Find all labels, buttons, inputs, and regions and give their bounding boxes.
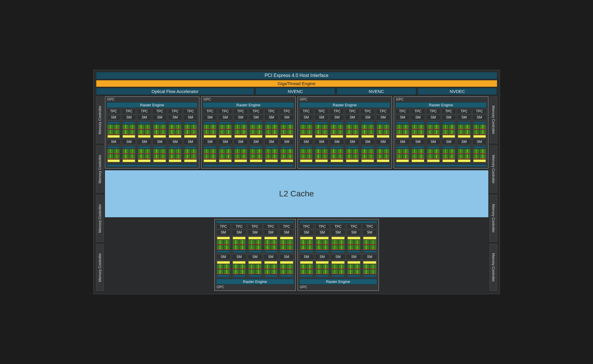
- alu-block: [233, 264, 239, 269]
- alu-block: [322, 125, 328, 129]
- alu-block: [307, 130, 312, 135]
- sm-internals: [314, 145, 329, 163]
- alu-block: [403, 125, 409, 129]
- sm-yellow-bar: [300, 237, 313, 239]
- sm-alu-row: [412, 149, 424, 154]
- sm-teal-strip: [315, 122, 328, 124]
- alu-block: [204, 149, 209, 154]
- sm-header: SM: [249, 115, 263, 120]
- tpc-column: TPCSMSM: [395, 109, 410, 163]
- alu-block: [403, 130, 409, 135]
- tpc-column: SMSMTPC: [331, 224, 345, 278]
- alu-block: [153, 149, 159, 154]
- sm-alu-row: [108, 130, 120, 135]
- sm-teal-strip: [248, 275, 261, 277]
- alu-block: [300, 149, 306, 154]
- sm-teal-strip: [347, 275, 360, 277]
- alu-block: [300, 240, 306, 245]
- sm-alu-row: [264, 270, 277, 274]
- sm-header: SM: [472, 115, 487, 120]
- alu-block: [412, 154, 418, 159]
- sm-yellow-bar: [265, 135, 278, 138]
- memory-controller: Memory Controller: [96, 244, 104, 291]
- raster-engine: Raster Engine: [203, 102, 294, 108]
- sm-alu-row: [332, 240, 344, 245]
- sm-header: SM: [218, 139, 232, 145]
- alu-block: [363, 240, 369, 245]
- alu-block: [108, 130, 113, 135]
- alu-block: [322, 130, 328, 135]
- sm-alu-row: [153, 149, 166, 154]
- sm-alu-row: [458, 149, 470, 154]
- alu-block: [204, 154, 209, 159]
- alu-block: [338, 264, 345, 269]
- alu-block: [280, 264, 286, 269]
- alu-block: [224, 245, 230, 250]
- alu-block: [412, 130, 418, 135]
- sm-alu-row: [219, 125, 232, 129]
- sm-yellow-bar: [442, 135, 455, 138]
- alu-block: [346, 154, 352, 159]
- sm-header: SM: [331, 230, 345, 235]
- sm-alu-row: [184, 154, 197, 159]
- sm-header: SM: [299, 230, 314, 235]
- sm-alu-row: [250, 154, 262, 159]
- sm-alu-row: [427, 149, 440, 154]
- sm-yellow-bar: [458, 135, 470, 138]
- tpc-column: TPCSMSM: [249, 109, 263, 163]
- sm-teal-strip: [250, 122, 262, 124]
- sm-teal-strip: [123, 146, 135, 148]
- tpc-header: TPC: [299, 109, 313, 114]
- sm-teal-strip: [300, 122, 313, 124]
- alu-block: [265, 154, 271, 159]
- tpc-header: TPC: [107, 109, 121, 114]
- gpc-label: GPC: [216, 285, 294, 289]
- alu-block: [160, 149, 166, 154]
- sm-alu-row: [233, 264, 246, 269]
- tpc-column: TPCSMSM: [203, 109, 217, 163]
- sm-alu-row: [346, 154, 359, 159]
- sm-yellow-bar: [427, 135, 440, 138]
- alu-block: [346, 149, 352, 154]
- sm-teal-strip: [332, 275, 344, 277]
- sm-teal-strip: [442, 146, 455, 148]
- sm-internals: [216, 236, 231, 254]
- sm-header: SM: [280, 139, 294, 145]
- gpc-block: GPCRaster EngineTPCSMSMTPCSMSMTPCSMSMTPC…: [201, 96, 296, 168]
- alu-block: [418, 130, 424, 135]
- sm-internals: [107, 121, 121, 139]
- sm-yellow-bar: [377, 159, 389, 162]
- sm-alu-row: [442, 154, 455, 159]
- sm-header: SM: [248, 254, 262, 260]
- sm-alu-row: [108, 125, 120, 129]
- sm-teal-strip: [377, 146, 389, 148]
- sm-teal-strip: [300, 146, 313, 148]
- sm-alu-row: [442, 149, 455, 154]
- sm-alu-row: [169, 154, 181, 159]
- sm-yellow-bar: [217, 237, 230, 239]
- alu-block: [250, 125, 256, 129]
- tpc-column: TPCSMSM: [442, 109, 456, 163]
- alu-block: [255, 264, 261, 269]
- sm-yellow-bar: [233, 261, 246, 264]
- sm-yellow-bar: [138, 135, 151, 138]
- alu-block: [315, 149, 321, 154]
- alu-block: [210, 130, 216, 135]
- alu-block: [307, 125, 312, 129]
- sm-alu-row: [219, 149, 232, 154]
- alu-block: [191, 125, 197, 129]
- alu-block: [138, 149, 144, 154]
- alu-block: [370, 264, 376, 269]
- tpc-header: TPC: [249, 109, 263, 114]
- tpc-header: TPC: [411, 109, 425, 114]
- alu-block: [114, 125, 120, 129]
- sm-alu-row: [346, 130, 359, 135]
- sm-alu-row: [332, 264, 344, 269]
- sm-alu-row: [427, 154, 440, 159]
- alu-block: [377, 125, 383, 129]
- alu-block: [248, 245, 255, 250]
- sm-alu-row: [316, 240, 329, 245]
- sm-internals: [299, 121, 313, 139]
- gpc-label: GPC: [299, 98, 390, 101]
- sm-internals: [376, 145, 390, 163]
